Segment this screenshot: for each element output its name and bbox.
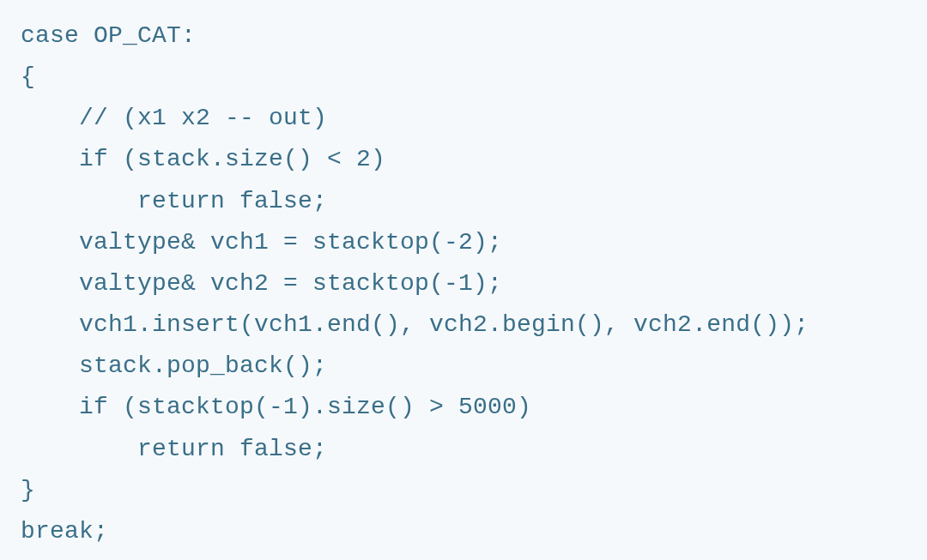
code-block: case OP_CAT:{ // (x1 x2 -- out) if (stac… xyxy=(0,0,927,560)
code-line: vch1.insert(vch1.end(), vch2.begin(), vc… xyxy=(21,304,910,346)
code-line: stack.pop_back(); xyxy=(21,346,910,387)
code-line: valtype& vch2 = stacktop(-1); xyxy=(21,263,910,304)
code-line: return false; xyxy=(21,181,910,222)
code-line: } xyxy=(21,470,910,511)
code-line: valtype& vch1 = stacktop(-2); xyxy=(21,222,910,263)
code-line: // (x1 x2 -- out) xyxy=(21,98,910,139)
code-line: if (stack.size() < 2) xyxy=(21,139,910,180)
code-line: case OP_CAT: xyxy=(21,15,910,57)
code-line: if (stacktop(-1).size() > 5000) xyxy=(21,387,910,428)
code-line: return false; xyxy=(21,429,910,470)
code-line: break; xyxy=(21,511,910,552)
code-line: { xyxy=(21,57,910,98)
